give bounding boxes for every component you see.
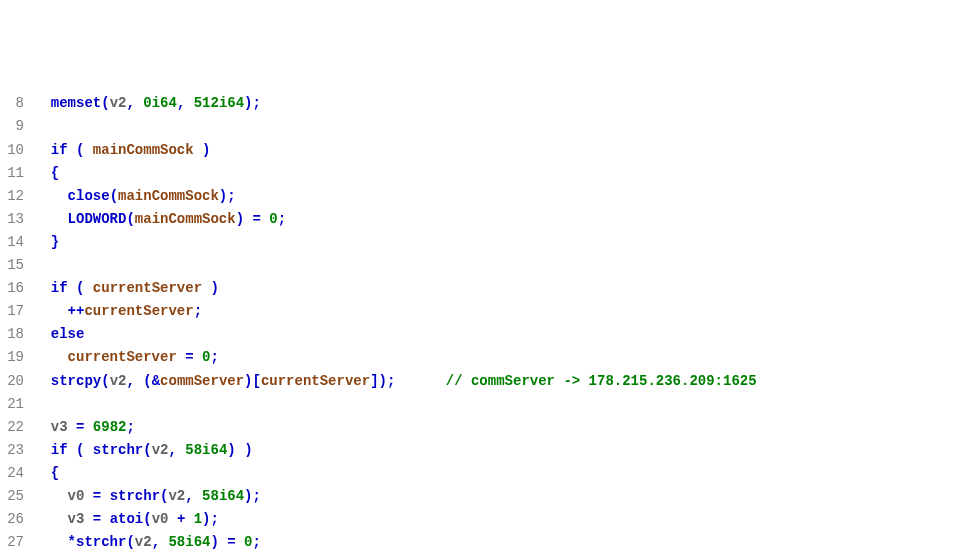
line-number: 18 [0, 323, 24, 346]
code-token-gbl: currentServer [68, 349, 177, 365]
code-token-var: v2 [152, 442, 169, 458]
code-text [34, 442, 51, 458]
code-text [34, 326, 51, 342]
code-block: 8910111213141516171819202122232425262728… [0, 92, 965, 554]
code-token-kw: else [51, 326, 85, 342]
code-token-punct: ) [210, 534, 218, 550]
line-number: 15 [0, 254, 24, 277]
code-text [68, 142, 76, 158]
line-number: 8 [0, 92, 24, 115]
code-token-punct: { [51, 465, 59, 481]
code-text [84, 280, 92, 296]
code-token-punct: )[ [244, 373, 261, 389]
code-line [34, 115, 757, 138]
line-number: 12 [0, 185, 24, 208]
code-token-gbl: currentServer [84, 303, 193, 319]
code-token-punct: ) [210, 280, 218, 296]
line-number: 13 [0, 208, 24, 231]
code-token-var: v3 [51, 419, 68, 435]
line-number: 20 [0, 370, 24, 393]
code-token-num: 58i64 [168, 534, 210, 550]
code-token-fn: strchr [110, 488, 160, 504]
code-token-op: = [93, 488, 101, 504]
code-token-punct: ( [143, 442, 151, 458]
code-text [68, 419, 76, 435]
code-token-num: 6982 [93, 419, 127, 435]
code-text [395, 373, 445, 389]
code-token-punct: ); [244, 488, 261, 504]
code-token-punct: ]); [370, 373, 395, 389]
code-token-var: v0 [68, 488, 85, 504]
line-number: 27 [0, 531, 24, 554]
code-line: v3 = 6982; [34, 416, 757, 439]
code-line: *strchr(v2, 58i64) = 0; [34, 531, 757, 554]
code-token-gbl: currentServer [261, 373, 370, 389]
code-token-punct: , [168, 442, 176, 458]
code-text [194, 349, 202, 365]
code-line [34, 254, 757, 277]
line-number: 25 [0, 485, 24, 508]
code-line: v3 = atoi(v0 + 1); [34, 508, 757, 531]
code-text [34, 419, 51, 435]
code-token-op: * [68, 534, 76, 550]
code-text [68, 280, 76, 296]
code-token-num: 512i64 [194, 95, 244, 111]
code-text [68, 442, 76, 458]
code-token-punct: ( [110, 188, 118, 204]
code-text [177, 349, 185, 365]
code-token-punct: { [51, 165, 59, 181]
code-token-gbl: mainCommSock [118, 188, 219, 204]
code-text [34, 488, 68, 504]
code-token-punct: ) [202, 142, 210, 158]
code-text [34, 465, 51, 481]
code-text [84, 511, 92, 527]
code-line: else [34, 323, 757, 346]
code-token-gbl: mainCommSock [135, 211, 236, 227]
code-line: if ( mainCommSock ) [34, 139, 757, 162]
code-token-num: 58i64 [202, 488, 244, 504]
code-text [34, 534, 68, 550]
code-token-var: v3 [68, 511, 85, 527]
code-token-kw: if [51, 442, 68, 458]
code-token-var: v2 [110, 95, 127, 111]
code-token-fn: strchr [93, 442, 143, 458]
code-token-fn: LODWORD [68, 211, 127, 227]
line-number: 19 [0, 346, 24, 369]
line-number: 26 [0, 508, 24, 531]
code-token-punct: ); [202, 511, 219, 527]
code-text [101, 488, 109, 504]
line-number: 14 [0, 231, 24, 254]
code-token-punct: ; [126, 419, 134, 435]
code-token-num: 1 [194, 511, 202, 527]
code-token-fn: close [68, 188, 110, 204]
code-text [34, 349, 68, 365]
code-token-punct: ; [253, 534, 261, 550]
code-token-op: = [227, 534, 235, 550]
code-token-punct: , [126, 95, 134, 111]
code-line: { [34, 162, 757, 185]
code-line: ++currentServer; [34, 300, 757, 323]
code-token-punct: ( [126, 211, 134, 227]
code-token-punct: ( [143, 511, 151, 527]
code-token-op: = [93, 511, 101, 527]
code-token-punct: ( [126, 534, 134, 550]
code-text [135, 373, 143, 389]
code-token-gbl: currentServer [93, 280, 202, 296]
code-token-gbl: commServer [160, 373, 244, 389]
code-token-punct: ); [244, 95, 261, 111]
code-line: close(mainCommSock); [34, 185, 757, 208]
line-number: 17 [0, 300, 24, 323]
code-token-punct: , [185, 488, 193, 504]
code-text [84, 442, 92, 458]
code-token-fn: memset [51, 95, 101, 111]
code-token-op: = [252, 211, 260, 227]
code-token-num: 0 [269, 211, 277, 227]
line-number: 22 [0, 416, 24, 439]
code-token-punct: ) [244, 442, 252, 458]
code-text [34, 303, 68, 319]
line-number-gutter: 8910111213141516171819202122232425262728… [0, 92, 28, 554]
code-line: currentServer = 0; [34, 346, 757, 369]
line-number: 10 [0, 139, 24, 162]
code-text [84, 488, 92, 504]
code-text [34, 188, 68, 204]
